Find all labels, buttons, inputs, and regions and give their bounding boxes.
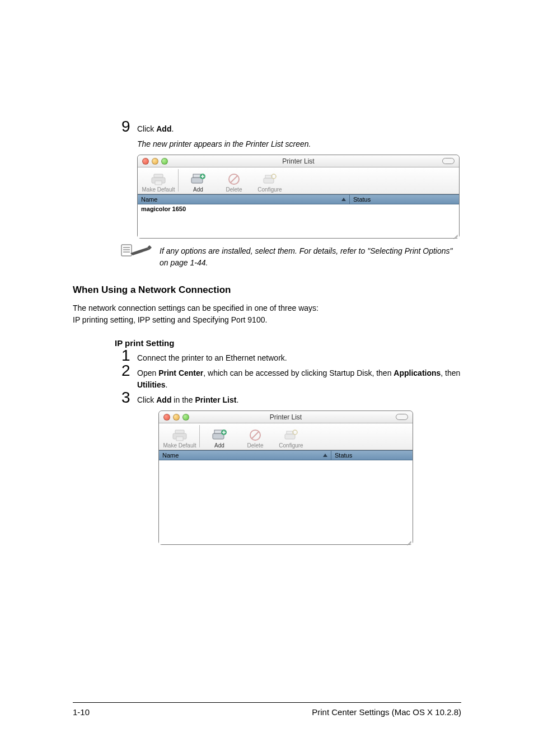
label: Add <box>193 186 203 193</box>
toolbar: Make Default Add Delete <box>138 167 459 194</box>
note-text: If any options are installed, select the… <box>160 245 461 269</box>
label: Name <box>162 452 179 459</box>
add-label: Add <box>156 124 171 133</box>
label: Make Default <box>142 186 175 193</box>
close-icon[interactable] <box>142 158 149 165</box>
toolbar-toggle-icon[interactable] <box>442 158 455 164</box>
footer-title: Print Center Settings (Mac OS X 10.2.8) <box>312 707 461 717</box>
text: . <box>171 124 174 133</box>
window-controls[interactable] <box>163 414 189 421</box>
label: Delete <box>247 442 264 449</box>
minimize-icon[interactable] <box>173 414 180 421</box>
add-button[interactable]: Add <box>181 172 216 193</box>
svg-rect-17 <box>176 437 183 441</box>
text: in the <box>171 395 195 404</box>
window-title: Printer List <box>138 157 459 165</box>
step9-text: Click Add. <box>137 124 174 133</box>
page-footer: 1-10 Print Center Settings (Mac OS X 10.… <box>73 702 461 717</box>
delete-button: Delete <box>238 428 273 449</box>
note-icon <box>120 243 154 258</box>
sort-asc-icon <box>341 198 346 201</box>
label: Make Default <box>163 442 196 449</box>
separator <box>199 425 200 447</box>
svg-line-22 <box>252 432 259 438</box>
text: Click <box>137 124 156 133</box>
printer-list[interactable]: magicolor 1650 <box>138 204 459 238</box>
svg-rect-0 <box>154 174 163 178</box>
add-button[interactable]: Add <box>202 428 237 449</box>
step9-result: The new printer appears in the Printer L… <box>137 139 311 148</box>
printer-list-empty[interactable] <box>159 460 413 544</box>
svg-rect-19 <box>214 430 222 433</box>
text: Click <box>137 395 156 404</box>
table-header: Name Status <box>159 450 413 460</box>
label: Delete <box>226 186 242 193</box>
svg-rect-11 <box>121 245 132 256</box>
text: . <box>166 380 168 389</box>
resize-handle-icon[interactable] <box>451 230 458 237</box>
list-item[interactable]: magicolor 1650 <box>141 206 186 212</box>
make-default-button: Make Default <box>141 172 176 193</box>
svg-line-7 <box>231 176 237 183</box>
zoom-icon[interactable] <box>182 414 189 421</box>
window-controls[interactable] <box>142 158 168 165</box>
label: Configure <box>257 186 282 193</box>
bold-text: Printer List <box>195 395 236 404</box>
svg-rect-8 <box>264 178 274 183</box>
toolbar: Make Default Add Delete <box>159 423 413 450</box>
column-status[interactable]: Status <box>349 195 450 204</box>
sort-asc-icon <box>323 454 327 457</box>
body-text: IP printing setting, IPP setting and Spe… <box>73 314 461 326</box>
delete-icon <box>247 428 264 442</box>
toolbar-toggle-icon[interactable] <box>396 414 408 420</box>
text: , which can be accessed by clicking Star… <box>203 368 394 377</box>
delete-icon <box>226 172 242 186</box>
label: Name <box>141 196 157 203</box>
printer-icon <box>150 172 167 186</box>
column-name[interactable]: Name <box>159 452 331 459</box>
table-header: Name Status <box>138 194 459 204</box>
bold-text: Applications <box>394 368 441 377</box>
step-number: 3 <box>121 389 130 407</box>
bold-text: Utilities <box>137 380 166 389</box>
add-printer-icon <box>211 428 228 442</box>
body-text: The network connection settings can be s… <box>73 302 461 314</box>
page-number: 1-10 <box>73 707 90 717</box>
text: , then <box>441 368 460 377</box>
column-status[interactable]: Status <box>331 451 404 460</box>
label: Add <box>214 442 224 449</box>
configure-icon <box>261 172 278 186</box>
printer-list-window-empty: Printer List Make Default Add <box>158 410 413 545</box>
close-icon[interactable] <box>163 414 170 421</box>
zoom-icon[interactable] <box>161 158 168 165</box>
svg-rect-2 <box>155 181 162 185</box>
section-title: When Using a Network Connection <box>73 284 461 296</box>
label: Status <box>353 196 371 203</box>
svg-rect-24 <box>287 431 293 434</box>
text: Connect the printer to an Ethernet netwo… <box>137 353 287 362</box>
separator <box>178 169 179 192</box>
delete-button: Delete <box>217 172 251 193</box>
sub-title: IP print Setting <box>115 338 461 348</box>
step-text: Click Add in the Printer List. <box>137 395 238 404</box>
svg-rect-15 <box>175 430 184 433</box>
text: Open <box>137 368 158 377</box>
svg-rect-23 <box>285 434 295 439</box>
bold-text: Add <box>156 395 171 404</box>
configure-button: Configure <box>252 172 287 193</box>
svg-rect-4 <box>193 174 201 178</box>
label: Status <box>335 452 352 459</box>
minimize-icon[interactable] <box>152 158 158 165</box>
step-text: Connect the printer to an Ethernet netwo… <box>137 353 287 362</box>
window-titlebar: Printer List <box>159 411 413 423</box>
add-printer-icon <box>190 172 207 186</box>
text: . <box>236 395 238 404</box>
printer-list-window: Printer List Make Default Add <box>137 155 460 239</box>
window-title: Printer List <box>159 413 413 421</box>
label: Configure <box>279 442 303 449</box>
configure-button: Configure <box>274 428 308 449</box>
configure-icon <box>283 428 299 442</box>
column-name[interactable]: Name <box>138 196 349 203</box>
resize-handle-icon[interactable] <box>405 536 411 543</box>
window-titlebar: Printer List <box>138 155 459 167</box>
